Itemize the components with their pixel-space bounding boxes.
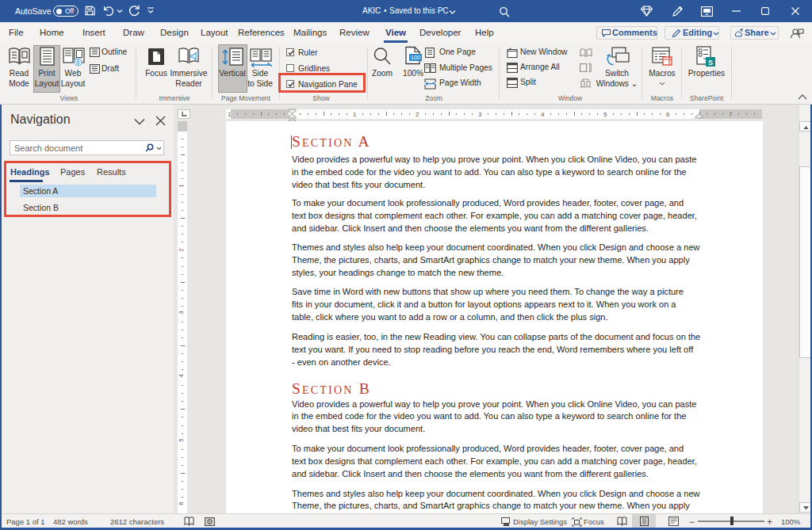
svg-text:100: 100 xyxy=(411,54,421,61)
svg-text:S: S xyxy=(708,59,713,67)
